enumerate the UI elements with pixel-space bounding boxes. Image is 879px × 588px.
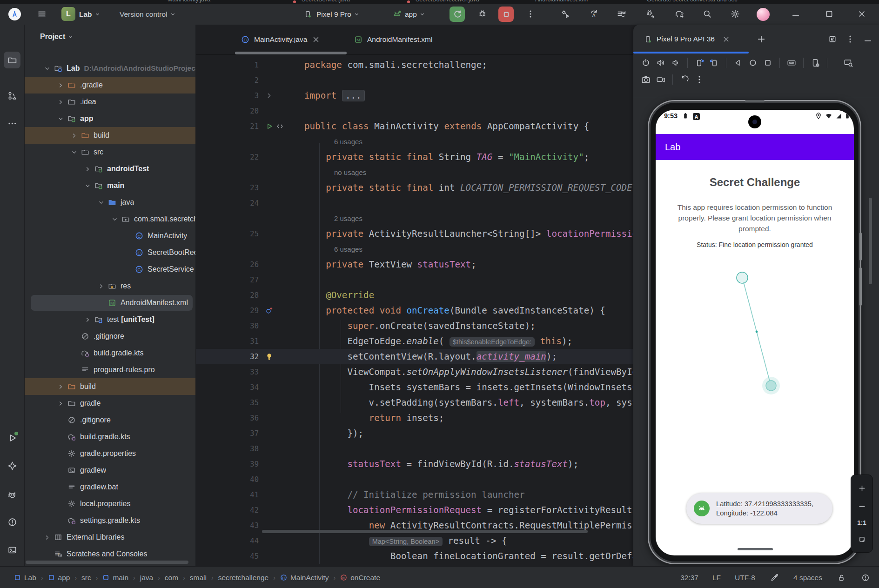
breadcrumb-com[interactable]: com (165, 574, 178, 582)
tree-item-build-gradle-kts[interactable]: build.gradle.kts (25, 428, 195, 445)
volume-up-icon[interactable] (656, 58, 666, 68)
status-widget-4-spaces[interactable]: 4 spaces (793, 574, 822, 582)
status-widget-32-37[interactable]: 32:37 (680, 574, 698, 582)
kebab-icon[interactable] (694, 74, 705, 85)
win-minimize-button[interactable] (788, 7, 803, 21)
activity-bar-problems-button[interactable] (4, 514, 20, 530)
breadcrumb-oncreate[interactable]: monCreate (340, 574, 380, 582)
win-maximize-button[interactable] (822, 7, 837, 21)
project-selector[interactable]: Lab (79, 4, 101, 25)
tree-item-src[interactable]: src (25, 144, 195, 160)
volume-down-icon[interactable] (671, 58, 681, 68)
close-icon[interactable] (311, 34, 321, 45)
win-minimize-icon[interactable] (863, 34, 873, 44)
tree-item-build[interactable]: build (25, 378, 195, 395)
tree-expand-chevron-icon[interactable] (84, 316, 91, 323)
tree-item-androidmanifest-xml[interactable]: MAndroidManifest.xml (25, 294, 195, 311)
nav-back-icon[interactable] (733, 58, 743, 68)
tree-item--gitignore[interactable]: .gitignore (25, 412, 195, 428)
fold-chevron-icon[interactable] (265, 92, 273, 100)
breadcrumb-mainactivity[interactable]: CMainActivity (280, 574, 329, 582)
tree-item-secretservice[interactable]: CSecretService (25, 261, 195, 278)
status-widget-lf[interactable]: LF (712, 574, 721, 582)
tree-item-gradlew-bat[interactable]: gradlew.bat (25, 479, 195, 495)
debug-button[interactable] (476, 7, 490, 21)
rerun-button[interactable] (450, 7, 465, 22)
navigation-handle[interactable] (738, 548, 773, 550)
plus-icon[interactable] (857, 483, 867, 493)
activity-bar-project-folder-button[interactable] (4, 52, 20, 68)
tree-item-gradlew[interactable]: gradlew (25, 462, 195, 479)
settings-gear-button[interactable] (728, 7, 743, 21)
run-class-icon[interactable] (265, 122, 273, 130)
device-settings-icon[interactable] (810, 58, 820, 68)
tree-item-main[interactable]: main (25, 177, 195, 194)
editor-tab-androidmanifest-xml[interactable]: MAndroidManifest.xml (353, 25, 432, 54)
activity-bar-gemini-diamond-button[interactable] (4, 457, 20, 474)
user-avatar[interactable] (757, 8, 770, 21)
tree-item-app[interactable]: app (25, 110, 195, 127)
tree-expand-chevron-icon[interactable] (57, 383, 64, 390)
tree-item--idea[interactable]: .idea (25, 94, 195, 110)
tree-item-build-gradle-kts[interactable]: build.gradle.kts (25, 345, 195, 361)
project-horizontal-scrollbar[interactable] (26, 561, 188, 564)
emulator-scrollbar[interactable] (869, 198, 872, 284)
close-icon[interactable] (721, 34, 731, 44)
tree-collapse-chevron-icon[interactable] (84, 182, 91, 189)
tree-expand-chevron-icon[interactable] (57, 400, 64, 407)
keyboard-icon[interactable] (786, 58, 797, 68)
search-button[interactable] (700, 7, 715, 21)
usages-hint[interactable]: 2 usages (334, 214, 362, 222)
screen-search-icon[interactable] (843, 58, 853, 68)
tree-item-local-properties[interactable]: local.properties (25, 495, 195, 512)
code-area[interactable]: 1package com.smali.secretchallenge;23imp… (196, 57, 633, 566)
tree-item-scratches-and-consoles[interactable]: Scratches and Consoles (25, 546, 195, 562)
tree-item-androidtest[interactable]: androidTest (25, 160, 195, 177)
stop-button[interactable] (498, 7, 514, 22)
breadcrumb-lab[interactable]: Lab (14, 574, 36, 582)
code-editor[interactable]: CMainActivity.javaMAndroidManifest.xml 1… (196, 25, 633, 566)
power-icon[interactable] (641, 58, 651, 68)
camera-icon[interactable] (641, 74, 651, 85)
tree-expand-chevron-icon[interactable] (97, 282, 105, 290)
tree-expand-chevron-icon[interactable] (57, 81, 64, 89)
tree-item-gradle[interactable]: gradle (25, 395, 195, 412)
highlight-pen-icon[interactable] (769, 573, 779, 583)
activity-bar-structure-button[interactable] (4, 87, 20, 104)
tree-item-settings-gradle-kts[interactable]: settings.gradle.kts (25, 512, 195, 529)
tree-expand-chevron-icon[interactable] (57, 98, 64, 106)
session-restore-icon[interactable] (679, 74, 690, 85)
tree-item-external-libraries[interactable]: External Libraries (25, 529, 195, 546)
run-configuration-selector[interactable]: app (392, 4, 425, 25)
tree-collapse-chevron-icon[interactable] (97, 199, 105, 206)
activity-bar-logcat-cat-button[interactable] (4, 486, 20, 503)
nav-home-icon[interactable] (748, 58, 758, 68)
activity-bar-more-h-button[interactable] (4, 115, 20, 132)
bug-attach-button[interactable] (643, 7, 658, 21)
win-close-button[interactable] (854, 7, 869, 21)
editor-horizontal-scrollbar[interactable] (262, 530, 588, 533)
new-tab-plus-icon[interactable] (756, 34, 766, 44)
video-icon[interactable] (656, 74, 666, 85)
emulator-device-tab[interactable]: Pixel 9 Pro API 36 (643, 25, 731, 53)
tree-collapse-chevron-icon[interactable] (111, 215, 118, 223)
breadcrumb-smali[interactable]: smali (190, 574, 207, 582)
vcs-widget[interactable]: Version control (120, 4, 176, 25)
breadcrumb-secretchallenge[interactable]: secretchallenge (218, 574, 269, 582)
profile-a-button[interactable]: A (586, 7, 601, 21)
tree-item-build[interactable]: build (25, 127, 195, 144)
tree-expand-chevron-icon[interactable] (84, 165, 91, 173)
kebab-icon[interactable] (845, 34, 855, 44)
breadcrumb-main[interactable]: main (102, 574, 128, 582)
usages-hint[interactable]: no usages (334, 168, 366, 176)
tree-item-com-smali-secretchallenge[interactable]: com.smali.secretchallenge (25, 211, 195, 227)
tree-item-gradle-properties[interactable]: gradle.properties (25, 445, 195, 462)
breadcrumb-java[interactable]: java (140, 574, 153, 582)
error-circle-icon[interactable] (860, 573, 871, 583)
device-selector[interactable]: Pixel 9 Pro (302, 4, 360, 25)
run-more-options-button[interactable] (523, 7, 538, 21)
gradle-sync-button[interactable] (672, 7, 687, 21)
intention-bulb-icon[interactable] (265, 353, 273, 361)
project-panel-title[interactable]: Project (40, 28, 74, 45)
minus-icon[interactable] (857, 501, 867, 511)
